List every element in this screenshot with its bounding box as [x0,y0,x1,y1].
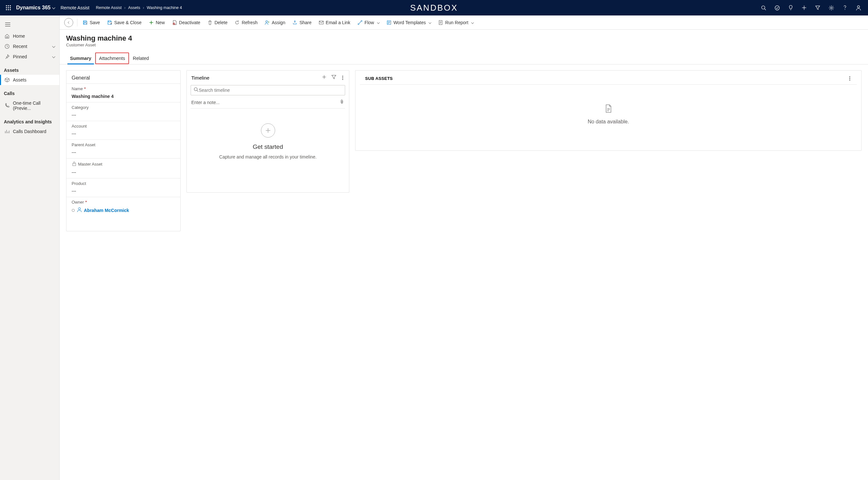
field-label: Master Asset [78,162,102,167]
timeline-note-input[interactable]: Enter a note... [191,97,345,109]
cmd-label: Delete [215,20,227,25]
cmd-label: Refresh [242,20,257,25]
sidebar-item-calls-dashboard[interactable]: Calls Dashboard [0,126,59,137]
sidebar-item-label: Calls Dashboard [13,129,46,134]
refresh-button[interactable]: Refresh [231,18,260,27]
svg-point-15 [844,9,845,10]
filter-icon[interactable] [811,0,824,15]
sidebar-home[interactable]: Home [0,31,59,41]
field-category[interactable]: Category --- [66,102,180,121]
breadcrumb-parent[interactable]: Assets [128,5,140,10]
email-link-button[interactable]: Email a Link [315,18,353,27]
chevron-right-icon: › [143,5,144,10]
search-icon[interactable] [757,0,770,15]
attachment-icon[interactable] [339,99,344,106]
assign-button[interactable]: Assign [261,18,288,27]
word-templates-button[interactable]: Word Templates [383,18,434,27]
app-picker[interactable]: Dynamics 365 [16,5,55,11]
note-placeholder: Enter a note... [191,100,339,105]
timeline-getstarted-plus[interactable] [261,124,275,138]
sidebar-item-assets[interactable]: Assets [0,75,59,85]
tab-related[interactable]: Related [129,53,153,64]
field-label: Name [72,86,83,91]
lock-icon [72,161,77,167]
new-button[interactable]: New [146,18,168,27]
breadcrumb-root[interactable]: Remote Assist [96,5,122,10]
subassets-empty-state: No data available. [355,85,861,144]
timeline-empty-subtitle: Capture and manage all records in your t… [219,154,317,160]
chevron-down-icon [471,21,474,24]
cmd-label: Save [90,20,100,25]
cmd-label: New [156,20,165,25]
field-value: --- [72,110,175,119]
help-icon[interactable] [838,0,851,15]
required-star: * [84,86,86,91]
svg-point-2 [10,5,11,6]
task-icon[interactable] [771,0,783,15]
subassets-card: SUB ASSETS No data available. [355,70,862,151]
field-name[interactable]: Name* Washing machine 4 [66,83,180,102]
sidebar-pinned-label: Pinned [13,54,27,59]
lightbulb-icon[interactable] [784,0,797,15]
module-name[interactable]: Remote Assist [61,5,89,10]
svg-point-11 [775,5,779,10]
sidebar-pinned[interactable]: Pinned [0,52,59,62]
gear-icon[interactable] [825,0,838,15]
svg-point-14 [830,7,832,8]
chart-icon [4,129,10,134]
phone-icon [4,103,10,108]
timeline-search[interactable] [191,85,345,95]
delete-button[interactable]: Delete [204,18,230,27]
field-value: --- [72,129,175,138]
back-button[interactable] [64,18,73,27]
field-parent-asset[interactable]: Parent Asset --- [66,140,180,159]
search-icon [193,87,199,94]
timeline-empty-state: Get started Capture and manage all recor… [187,110,349,172]
chevron-down-icon [52,6,55,9]
document-icon [604,104,612,114]
timeline-filter-icon[interactable] [331,74,336,81]
flow-button[interactable]: Flow [354,18,382,27]
plus-icon[interactable] [798,0,811,15]
field-product[interactable]: Product --- [66,178,180,197]
cmd-label: Run Report [445,20,468,25]
field-owner[interactable]: Owner* Abraham McCormick [66,197,180,216]
field-value: Washing machine 4 [72,91,175,100]
tab-summary[interactable]: Summary [66,53,95,64]
sidebar-item-onetime-call[interactable]: One-time Call (Previe... [0,98,59,113]
timeline-add-icon[interactable] [321,74,327,81]
timeline-search-input[interactable] [199,88,342,93]
share-button[interactable]: Share [289,18,314,27]
user-icon[interactable] [852,0,865,15]
owner-link[interactable]: Abraham McCormick [72,205,175,214]
sidebar-recent[interactable]: Recent [0,41,59,52]
svg-point-36 [194,88,197,91]
page-title: Washing machine 4 [66,34,862,42]
field-value: --- [72,186,175,195]
command-bar: Save Save & Close New Deactivate Delete … [60,15,868,30]
svg-point-8 [10,9,11,10]
deactivate-button[interactable]: Deactivate [169,18,204,27]
svg-point-28 [361,20,362,21]
save-button[interactable]: Save [79,18,103,27]
content-area: Save Save & Close New Deactivate Delete … [60,15,868,480]
app-launcher-icon[interactable] [3,3,13,13]
person-icon [77,207,82,213]
cmd-label: Share [299,20,311,25]
svg-point-33 [79,208,80,210]
svg-point-4 [8,7,9,8]
run-report-button[interactable]: Run Report [435,18,477,27]
cmd-label: Flow [365,20,374,25]
cmd-label: Deactivate [179,20,200,25]
tab-attachments[interactable]: Attachments [95,53,129,64]
sidebar-toggle[interactable] [1,18,14,31]
timeline-more-icon[interactable] [341,74,344,81]
field-label: Account [72,124,87,129]
field-value: --- [72,167,175,176]
field-account[interactable]: Account --- [66,121,180,140]
subassets-more-icon[interactable] [848,75,851,82]
environment-badge: SANDBOX [410,3,458,13]
record-tabs: Summary Attachments Related [60,53,868,64]
app-name-label: Dynamics 365 [16,5,51,11]
save-close-button[interactable]: Save & Close [104,18,145,27]
